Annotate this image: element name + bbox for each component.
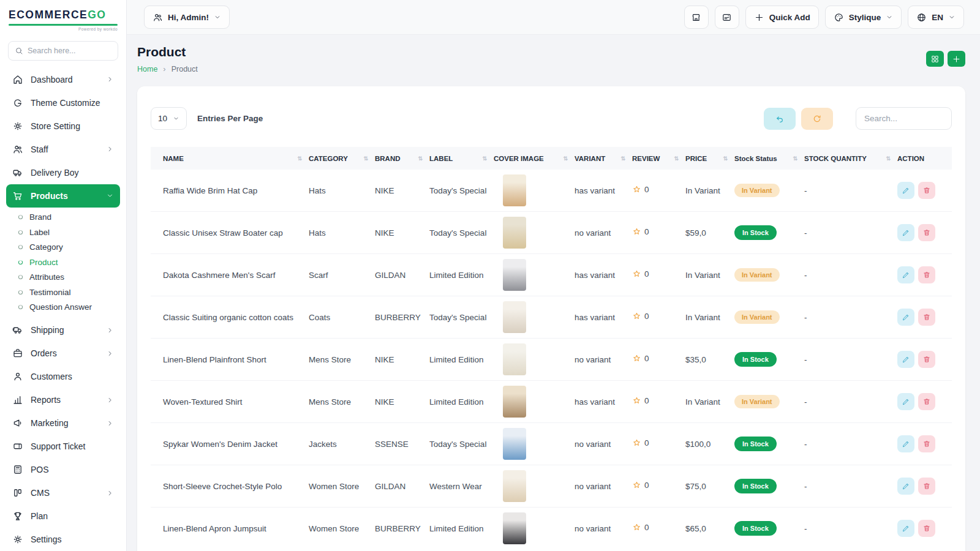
star-icon <box>632 481 641 490</box>
add-product-button[interactable] <box>948 51 965 67</box>
product-brand: BURBERRY <box>375 508 429 550</box>
delete-button[interactable] <box>918 393 935 410</box>
edit-button[interactable] <box>897 393 914 410</box>
sidebar-search[interactable] <box>8 41 118 61</box>
product-label: Limited Edition <box>429 381 494 423</box>
sidebar-subitem-testimonial[interactable]: Testimonial <box>18 285 120 300</box>
stock-status-badge: In Variant <box>734 268 780 282</box>
table-search-input[interactable] <box>856 107 952 130</box>
sidebar-subitem-product[interactable]: Product <box>18 255 120 270</box>
sidebar-subitem-attributes[interactable]: Attributes <box>18 270 120 285</box>
stock-status-badge: In Stock <box>734 479 777 493</box>
column-header-variant[interactable]: VARIANT⇅ <box>575 147 632 170</box>
delete-button[interactable] <box>918 435 935 452</box>
storefront-button[interactable] <box>684 6 709 29</box>
bullet-icon <box>18 275 23 279</box>
column-header-category[interactable]: CATEGORY⇅ <box>309 147 375 170</box>
star-icon <box>632 185 641 194</box>
chevron-right-icon <box>106 419 114 427</box>
column-header-review[interactable]: REVIEW⇅ <box>632 147 685 170</box>
staff-icon <box>12 144 23 155</box>
theme-style-button[interactable]: Stylique <box>825 6 902 29</box>
edit-button[interactable] <box>897 224 914 241</box>
sidebar-item-products[interactable]: Products <box>6 184 120 208</box>
bullet-icon <box>18 305 23 309</box>
user-icon <box>153 12 163 23</box>
refresh-button[interactable] <box>801 108 833 130</box>
edit-button[interactable] <box>897 309 914 326</box>
bullet-icon <box>18 260 23 264</box>
sidebar-item-shipping[interactable]: Shipping <box>6 318 120 342</box>
language-button[interactable]: EN <box>908 6 964 29</box>
sort-icon: ⇅ <box>620 156 625 162</box>
edit-button[interactable] <box>897 266 914 283</box>
edit-button[interactable] <box>897 478 914 495</box>
undo-button[interactable] <box>764 108 796 130</box>
column-header-brand[interactable]: BRAND⇅ <box>375 147 429 170</box>
delete-button[interactable] <box>918 309 935 326</box>
sidebar-item-marketing[interactable]: Marketing <box>6 411 120 435</box>
sidebar-item-settings[interactable]: Settings <box>6 528 120 551</box>
sidebar-search-input[interactable] <box>28 47 111 55</box>
sort-icon: ⇅ <box>297 156 301 162</box>
card-button[interactable] <box>715 6 739 29</box>
quick-add-button[interactable]: Quick Add <box>745 6 819 29</box>
edit-button[interactable] <box>897 520 914 537</box>
sidebar-item-theme-customize[interactable]: Theme Customize <box>6 91 120 114</box>
delete-button[interactable] <box>918 182 935 199</box>
product-cover-image <box>503 343 526 375</box>
product-variant: no variant <box>575 339 632 381</box>
product-category: Women Store <box>309 508 375 550</box>
grid-icon <box>930 54 940 64</box>
column-header-price[interactable]: PRICE⇅ <box>685 147 734 170</box>
sidebar-item-store-setting[interactable]: Store Setting <box>6 114 120 138</box>
sidebar-subitem-brand[interactable]: Brand <box>18 210 120 225</box>
undo-icon <box>775 114 785 124</box>
logo-text: ECOMMERCEGO <box>9 9 118 21</box>
review-count: 0 <box>644 269 649 279</box>
sidebar-item-support-ticket[interactable]: Support Ticket <box>6 435 120 458</box>
edit-button[interactable] <box>897 182 914 199</box>
column-header-name[interactable]: NAME⇅ <box>151 147 309 170</box>
sidebar-item-plan[interactable]: Plan <box>6 504 120 528</box>
trash-icon <box>922 440 931 448</box>
stock-quantity: - <box>804 212 897 254</box>
admin-menu-button[interactable]: Hi, Admin! <box>144 6 230 29</box>
sidebar-item-cms[interactable]: CMS <box>6 481 120 504</box>
sidebar-subitem-label[interactable]: Label <box>18 225 120 240</box>
column-header-cover-image[interactable]: COVER IMAGE⇅ <box>494 147 575 170</box>
sidebar-item-staff[interactable]: Staff <box>6 138 120 161</box>
sidebar-item-reports[interactable]: Reports <box>6 388 120 411</box>
sidebar-item-customers[interactable]: Customers <box>6 365 120 388</box>
sidebar-subitem-question-answer[interactable]: Question Answer <box>18 300 120 315</box>
sidebar-subitem-category[interactable]: Category <box>18 240 120 255</box>
brand-logo[interactable]: ECOMMERCEGO Powered by workdo <box>0 0 126 35</box>
sidebar-item-orders[interactable]: Orders <box>6 342 120 365</box>
delete-button[interactable] <box>918 478 935 495</box>
column-header-action: ACTION <box>897 147 952 170</box>
breadcrumb-home-link[interactable]: Home <box>137 65 157 73</box>
delete-button[interactable] <box>918 266 935 283</box>
delete-button[interactable] <box>918 351 935 368</box>
edit-button[interactable] <box>897 435 914 452</box>
delete-button[interactable] <box>918 224 935 241</box>
edit-button[interactable] <box>897 351 914 368</box>
sidebar-item-dashboard[interactable]: Dashboard <box>6 68 120 91</box>
delete-button[interactable] <box>918 520 935 537</box>
column-header-stock-quantity[interactable]: STOCK QUANTITY⇅ <box>804 147 897 170</box>
entries-per-page-select[interactable]: 10 <box>151 107 187 130</box>
breadcrumb-current: Product <box>172 65 198 73</box>
stock-quantity: - <box>804 381 897 423</box>
plus-icon <box>754 12 764 23</box>
orders-icon <box>12 348 23 359</box>
column-header-label[interactable]: LABEL⇅ <box>429 147 494 170</box>
grid-view-button[interactable] <box>926 51 944 67</box>
bullet-icon <box>18 245 23 249</box>
bullet-icon <box>18 230 23 234</box>
column-header-stock-status[interactable]: Stock Status⇅ <box>734 147 804 170</box>
sidebar-item-delivery-boy[interactable]: Delivery Boy <box>6 161 120 184</box>
sidebar-item-pos[interactable]: POS <box>6 458 120 481</box>
product-category: Hats <box>309 212 375 254</box>
page-header: Product Home › Product <box>137 45 965 73</box>
globe-icon <box>916 12 927 23</box>
